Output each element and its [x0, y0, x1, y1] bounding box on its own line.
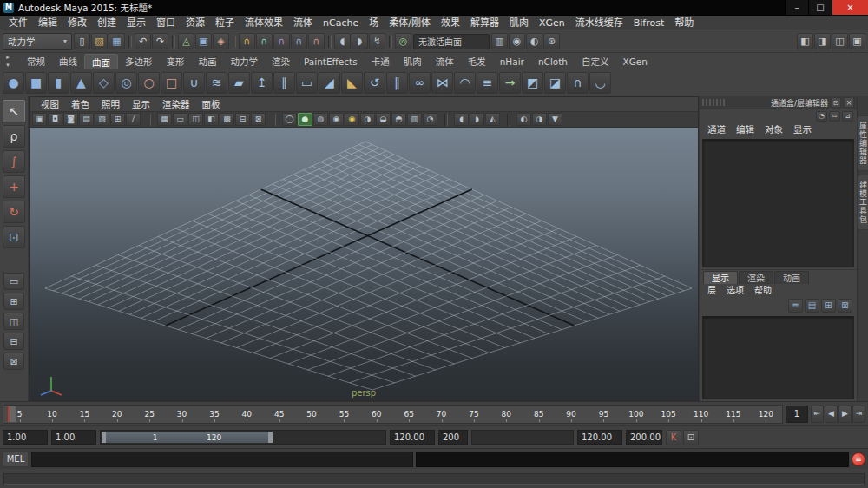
- time-tick[interactable]: 115: [717, 406, 749, 423]
- snap-plane-icon[interactable]: ∩: [291, 33, 307, 49]
- side-tab[interactable]: 属性编辑器: [857, 115, 868, 171]
- go-to-start-button[interactable]: ⇤: [811, 406, 824, 423]
- time-tick[interactable]: 95: [588, 406, 620, 423]
- animation-start-field[interactable]: 1.00: [3, 430, 48, 445]
- shelf-tab[interactable]: 曲线: [52, 54, 84, 69]
- lock-camera-icon[interactable]: ◘: [48, 113, 62, 126]
- menu-set-dropdown[interactable]: 动力学 ▾: [3, 33, 72, 50]
- gamma-icon[interactable]: ◑: [532, 113, 547, 126]
- panel-menu-item[interactable]: 视图: [35, 97, 65, 111]
- textured-icon[interactable]: ◉: [329, 113, 344, 126]
- gate-mask-icon[interactable]: ◧: [204, 113, 219, 126]
- isolate-select-icon[interactable]: ◖: [454, 113, 469, 126]
- shelf-options-icon[interactable]: ▸: [2, 54, 14, 61]
- safe-action-icon[interactable]: ⊟: [235, 113, 250, 126]
- resolution-gate-icon[interactable]: ◫: [188, 113, 203, 126]
- panel-menu-item[interactable]: 面板: [196, 97, 227, 111]
- time-tick[interactable]: 110: [685, 406, 717, 423]
- panel-menu-item[interactable]: 渲染器: [156, 97, 196, 111]
- close-button[interactable]: ×: [832, 0, 868, 15]
- time-tick[interactable]: 35: [198, 406, 230, 423]
- shelf-tab[interactable]: 变形: [160, 54, 192, 69]
- xray-joints-icon[interactable]: ◭: [485, 113, 500, 126]
- menu-item[interactable]: 编辑: [33, 16, 62, 30]
- time-tick[interactable]: 10: [36, 406, 68, 423]
- single-pane-layout-button[interactable]: ▭: [3, 273, 24, 290]
- step-back-frame-button[interactable]: ◀: [825, 406, 838, 423]
- render-settings-icon[interactable]: ⊛: [543, 33, 560, 49]
- shelf-tab[interactable]: 卡通: [365, 54, 397, 69]
- menu-item[interactable]: 肌肉: [504, 16, 534, 30]
- menu-item[interactable]: 显示: [122, 16, 151, 30]
- select-component-icon[interactable]: ◈: [213, 33, 229, 49]
- layer-menu-item[interactable]: 帮助: [750, 283, 776, 298]
- redo-icon[interactable]: ↷: [152, 33, 168, 49]
- select-object-icon[interactable]: ▣: [195, 33, 212, 49]
- nurbs-plane-icon[interactable]: ◇: [93, 72, 115, 94]
- select-camera-icon[interactable]: ▣: [32, 113, 47, 126]
- menu-item[interactable]: 文件: [3, 16, 33, 30]
- align-surfaces-icon[interactable]: ≡: [477, 72, 498, 94]
- nurbs-circle-icon[interactable]: ○: [138, 72, 160, 94]
- command-input[interactable]: [31, 452, 413, 467]
- layer-list-content[interactable]: [702, 316, 854, 399]
- time-tick[interactable]: 105: [653, 406, 685, 423]
- playback-start-field[interactable]: 1.00: [51, 430, 96, 445]
- snap-grid-icon[interactable]: ∩: [239, 33, 255, 49]
- paint-select-tool[interactable]: ∫: [3, 150, 25, 173]
- layer-menu-item[interactable]: 层: [703, 283, 720, 298]
- menu-item[interactable]: Bifrost: [628, 16, 670, 30]
- range-slider[interactable]: 1 120: [100, 430, 386, 445]
- menu-item[interactable]: 流水线缓存: [570, 16, 628, 30]
- animation-preferences-icon[interactable]: ⊡: [683, 430, 699, 445]
- lasso-tool[interactable]: ρ: [3, 125, 25, 148]
- menu-item[interactable]: 资源: [181, 16, 210, 30]
- layers-new-icon[interactable]: ⊞: [821, 299, 836, 313]
- mel-toggle-button[interactable]: MEL: [3, 452, 29, 467]
- shelf-tab[interactable]: XGen: [616, 54, 654, 69]
- wireframe-icon[interactable]: ◯: [282, 113, 297, 126]
- shelf-tab[interactable]: 渲染: [265, 54, 297, 69]
- time-tick[interactable]: 65: [393, 406, 425, 423]
- toggle-attribute-editor-icon[interactable]: ◨: [814, 33, 831, 49]
- time-tick[interactable]: 85: [523, 406, 555, 423]
- playback-end-field[interactable]: 120.00: [390, 430, 435, 445]
- menu-item[interactable]: 效果: [436, 16, 465, 30]
- detach-surfaces-icon[interactable]: ⋈: [431, 72, 453, 94]
- character-set-field[interactable]: [471, 430, 574, 445]
- birail-icon[interactable]: ∥: [273, 72, 295, 94]
- drag-handle[interactable]: [702, 99, 725, 106]
- toggle-tool-settings-icon[interactable]: ◫: [832, 33, 848, 49]
- safe-title-icon[interactable]: ⊠: [251, 113, 266, 126]
- snap-point-icon[interactable]: ∩: [273, 33, 290, 49]
- nurbs-sphere-icon[interactable]: ●: [3, 72, 24, 94]
- bevel-icon[interactable]: ◢: [319, 72, 340, 94]
- hypershade-layout-button[interactable]: ⊠: [3, 353, 24, 370]
- two-d-pan-zoom-icon[interactable]: ⊞: [110, 113, 125, 126]
- shelf-tab[interactable]: 常规: [20, 54, 52, 69]
- shelf-tab[interactable]: 多边形: [118, 54, 160, 69]
- output-connections-icon[interactable]: ◗: [352, 33, 368, 49]
- planar-icon[interactable]: ▰: [228, 72, 250, 94]
- time-tick[interactable]: 80: [490, 406, 523, 423]
- move-tool[interactable]: +: [3, 175, 25, 198]
- wireframe-on-shaded-icon[interactable]: ◍: [313, 113, 328, 126]
- minimize-button[interactable]: –: [785, 0, 808, 15]
- time-tick[interactable]: 5: [3, 406, 36, 423]
- revolve-icon[interactable]: ∪: [183, 72, 205, 94]
- animation-end-field[interactable]: 200: [438, 430, 468, 445]
- menu-item[interactable]: 流体效果: [240, 16, 288, 30]
- open-close-surface-icon[interactable]: ◠: [454, 72, 476, 94]
- shelf-tab[interactable]: 肌肉: [397, 54, 429, 69]
- field-chart-icon[interactable]: ▩: [220, 113, 234, 126]
- time-tick[interactable]: 55: [328, 406, 360, 423]
- scale-tool[interactable]: ⊡: [3, 226, 25, 248]
- time-tick[interactable]: 20: [101, 406, 133, 423]
- shelf-tab[interactable]: 动画: [192, 54, 224, 69]
- panel-menu-item[interactable]: 照明: [95, 97, 126, 111]
- time-tick[interactable]: 50: [295, 406, 327, 423]
- shelf-tab[interactable]: PaintEffects: [297, 54, 365, 69]
- gradient-background-icon[interactable]: ▼: [548, 113, 562, 126]
- ipr-render-icon[interactable]: ◐: [526, 33, 542, 49]
- select-tool[interactable]: ↖: [3, 100, 25, 122]
